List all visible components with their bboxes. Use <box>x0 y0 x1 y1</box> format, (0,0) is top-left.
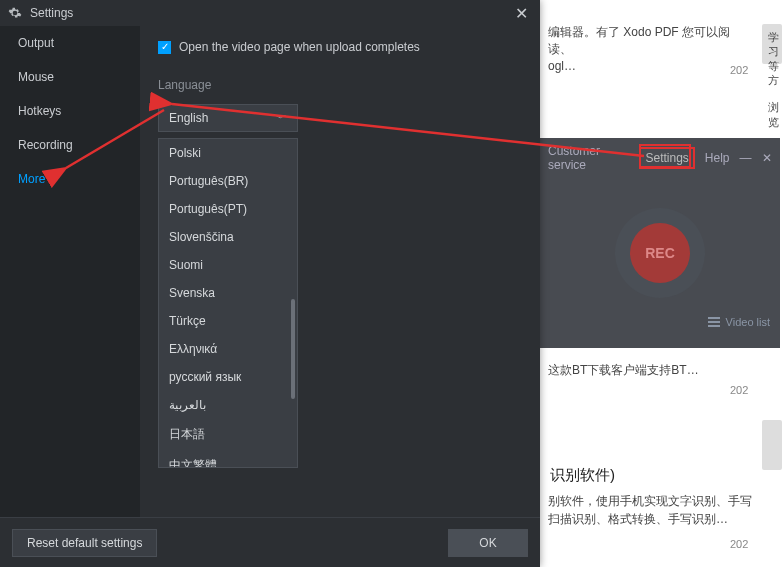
recorder-menu-customer[interactable]: Customer service <box>548 144 629 172</box>
language-option[interactable]: 日本語 <box>159 419 297 450</box>
recorder-menu-help[interactable]: Help <box>705 151 730 165</box>
list-icon[interactable] <box>708 317 720 327</box>
recorder-menubar: Customer service Settings Help — ✕ <box>540 138 780 178</box>
language-option[interactable]: Polski <box>159 139 297 167</box>
bg-article-title: 识别软件) <box>550 466 615 485</box>
settings-dialog: Settings ✕ Output Mouse Hotkeys Recordin… <box>0 0 540 567</box>
language-option[interactable]: Português(BR) <box>159 167 297 195</box>
ok-button[interactable]: OK <box>448 529 528 557</box>
sidebar-item-output[interactable]: Output <box>0 26 140 60</box>
language-option[interactable]: Ελληνικά <box>159 335 297 363</box>
sidebar-item-mouse[interactable]: Mouse <box>0 60 140 94</box>
bg-article-snippet: 别软件，使用手机实现文字识别、手写扫描识别、格式转换、手写识别… <box>548 492 758 528</box>
bg-year: 202 <box>730 538 748 550</box>
language-option[interactable]: Português(PT) <box>159 195 297 223</box>
chevron-down-icon: ﹀ <box>275 110 287 127</box>
language-option[interactable]: Suomi <box>159 251 297 279</box>
bg-side-text: 浏览 <box>768 100 783 130</box>
checkbox-open-video-page[interactable]: ✓ Open the video page when upload comple… <box>158 40 522 54</box>
settings-title: Settings <box>30 6 510 20</box>
checkbox-icon[interactable]: ✓ <box>158 41 171 54</box>
recorder-menu-settings[interactable]: Settings <box>639 147 694 169</box>
bg-thumb <box>762 420 782 470</box>
sidebar-item-hotkeys[interactable]: Hotkeys <box>0 94 140 128</box>
bg-year: 202 <box>730 64 748 76</box>
bg-article-snippet: 这款BT下载客户端支持BT… <box>548 362 699 379</box>
sidebar-item-recording[interactable]: Recording <box>0 128 140 162</box>
language-dropdown-list[interactable]: Polski Português(BR) Português(PT) Slove… <box>159 139 297 468</box>
bg-article-snippet: 编辑器。有了 Xodo PDF 您可以阅读、 ogl… <box>548 24 748 74</box>
record-button-outer[interactable]: REC <box>615 208 705 298</box>
language-label: Language <box>158 78 522 92</box>
video-list-link[interactable]: Video list <box>726 316 770 328</box>
settings-content: ✓ Open the video page when upload comple… <box>140 26 540 517</box>
close-icon[interactable]: ✕ <box>762 152 772 164</box>
settings-sidebar: Output Mouse Hotkeys Recording More <box>0 26 140 517</box>
language-option[interactable]: 中文繁體 <box>159 450 297 468</box>
language-selected-value: English <box>169 111 208 125</box>
scrollbar-thumb[interactable] <box>291 299 295 399</box>
language-select[interactable]: English ﹀ <box>158 104 298 132</box>
recorder-footer: Video list <box>540 316 780 328</box>
bg-snippet-line: 编辑器。有了 Xodo PDF 您可以阅读、 <box>548 25 730 56</box>
recorder-window: Customer service Settings Help — ✕ REC V… <box>540 138 780 348</box>
settings-body: Output Mouse Hotkeys Recording More ✓ Op… <box>0 26 540 517</box>
gear-icon <box>8 6 22 20</box>
language-option[interactable]: Svenska <box>159 279 297 307</box>
bg-year: 202 <box>730 384 748 396</box>
checkbox-label: Open the video page when upload complete… <box>179 40 420 54</box>
settings-titlebar: Settings ✕ <box>0 0 540 26</box>
language-option[interactable]: بالعربية <box>159 391 297 419</box>
bg-side-text: 学习等方 <box>768 30 783 87</box>
bg-snippet-line: ogl… <box>548 59 576 73</box>
minimize-icon[interactable]: — <box>740 152 752 164</box>
settings-footer: Reset default settings OK <box>0 517 540 567</box>
close-button[interactable]: ✕ <box>510 2 532 24</box>
record-button[interactable]: REC <box>630 223 690 283</box>
language-option[interactable]: русский язык <box>159 363 297 391</box>
sidebar-item-more[interactable]: More <box>0 162 140 196</box>
reset-defaults-button[interactable]: Reset default settings <box>12 529 157 557</box>
language-option[interactable]: Slovenščina <box>159 223 297 251</box>
language-option[interactable]: Türkçe <box>159 307 297 335</box>
language-dropdown: Polski Português(BR) Português(PT) Slove… <box>158 138 298 468</box>
